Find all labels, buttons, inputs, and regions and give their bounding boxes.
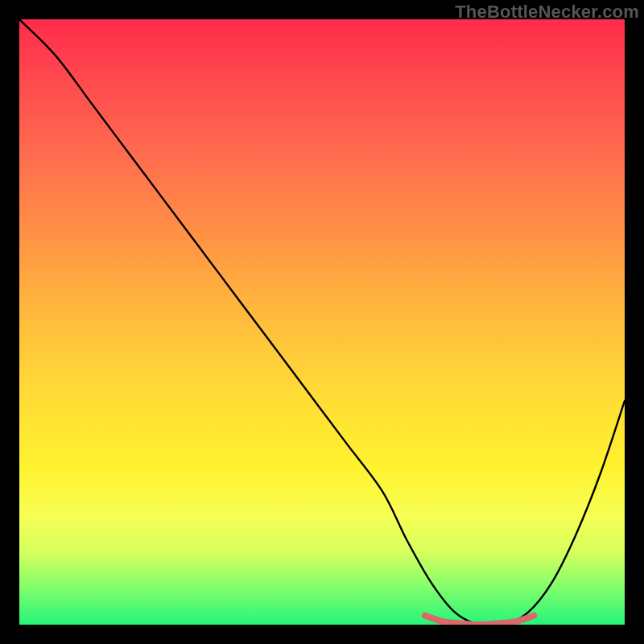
watermark-text: TheBottleNecker.com (455, 2, 639, 23)
plot-area (19, 19, 625, 625)
chart-frame (19, 19, 625, 625)
bottleneck-highlight-path (425, 616, 534, 625)
bottleneck-curve-path (19, 19, 625, 625)
chart-svg (19, 19, 625, 625)
